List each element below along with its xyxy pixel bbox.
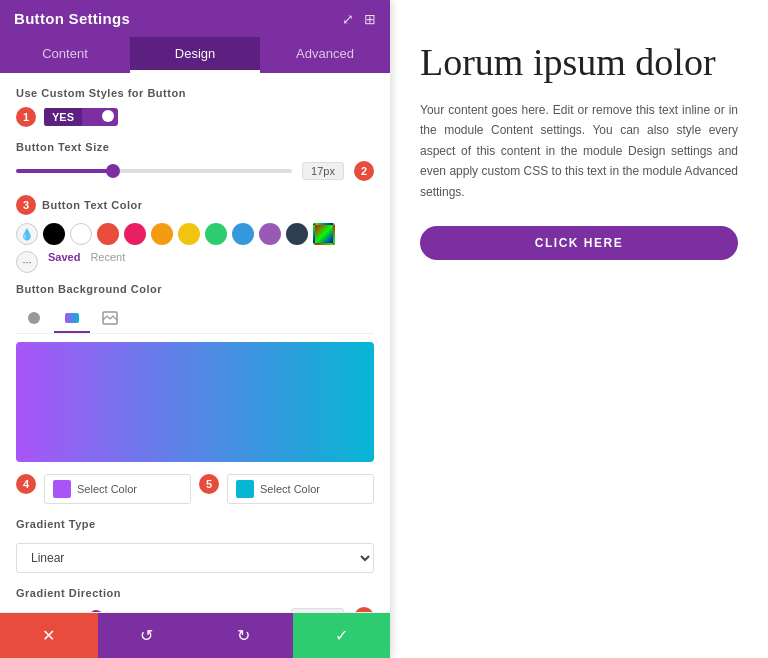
text-size-label: Button Text Size (16, 141, 109, 153)
swatch-gradient-picker[interactable] (313, 223, 335, 245)
solid-icon (26, 310, 42, 326)
panel-title: Button Settings (14, 10, 130, 27)
confirm-button[interactable]: ✓ (293, 613, 391, 658)
cta-button[interactable]: CLICK HERE (420, 226, 738, 260)
toggle-thumb (102, 110, 114, 122)
color1-swatch (53, 480, 71, 498)
badge-5: 5 (199, 474, 219, 494)
tab-bar: Content Design Advanced (0, 37, 390, 73)
panel-footer: ✕ ↺ ↻ ✓ (0, 612, 390, 658)
swatch-pink[interactable] (124, 223, 146, 245)
badge-3: 3 (16, 195, 36, 215)
saved-link[interactable]: Saved (48, 251, 80, 273)
color-tab-solid[interactable] (16, 305, 52, 333)
gradient-type-select[interactable]: Linear Radial (16, 543, 374, 573)
color-select-1[interactable]: Select Color (44, 474, 191, 504)
text-size-fill (16, 169, 113, 173)
bg-color-label: Button Background Color (16, 283, 374, 295)
cancel-button[interactable]: ✕ (0, 613, 98, 658)
tab-advanced[interactable]: Advanced (260, 37, 390, 73)
swatch-orange[interactable] (151, 223, 173, 245)
badge-1: 1 (16, 107, 36, 127)
badge-2: 2 (354, 161, 374, 181)
header-icons: ⤢ ⊞ (342, 11, 376, 27)
text-color-label-row: 3 Button Text Color (16, 195, 374, 215)
swatch-black[interactable] (43, 223, 65, 245)
confirm-icon: ✓ (335, 626, 348, 645)
tab-content[interactable]: Content (0, 37, 130, 73)
color-select-2[interactable]: Select Color (227, 474, 374, 504)
color-swatches: 💧 (16, 223, 374, 245)
swatch-dark[interactable] (286, 223, 308, 245)
text-size-section: Button Text Size 17px 2 (16, 141, 374, 181)
swatch-yellow[interactable] (178, 223, 200, 245)
swatch-red[interactable] (97, 223, 119, 245)
color-mode-tabs (16, 305, 374, 334)
text-color-section: 3 Button Text Color 💧 ··· Saved (16, 195, 374, 273)
eyedropper-icon[interactable]: 💧 (16, 223, 38, 245)
text-size-slider-container: 17px 2 (16, 161, 374, 181)
expand-icon[interactable]: ⤢ (342, 11, 354, 27)
gradient-direction-label: Gradient Direction (16, 587, 374, 599)
swatch-green[interactable] (205, 223, 227, 245)
svg-point-0 (28, 312, 40, 324)
text-color-label: Button Text Color (42, 199, 143, 211)
swatch-blue[interactable] (232, 223, 254, 245)
recent-link[interactable]: Recent (90, 251, 125, 273)
direction-thumb[interactable] (89, 610, 103, 612)
content-body: Your content goes here. Edit or remove t… (420, 100, 738, 202)
text-size-thumb[interactable] (106, 164, 120, 178)
content-heading: Lorum ipsum dolor (420, 40, 738, 84)
gradient-preview (16, 342, 374, 462)
custom-styles-toggle[interactable]: YES (44, 108, 118, 126)
tab-design[interactable]: Design (130, 37, 260, 73)
color2-swatch (236, 480, 254, 498)
bg-color-section: Button Background Color (16, 283, 374, 612)
text-size-slider-track[interactable] (16, 169, 292, 173)
gradient-icon (64, 310, 80, 326)
undo-button[interactable]: ↺ (98, 613, 196, 658)
toggle-track[interactable] (82, 108, 118, 124)
svg-rect-1 (65, 313, 79, 323)
layout-icon[interactable]: ⊞ (364, 11, 376, 27)
text-size-value[interactable]: 17px (302, 162, 344, 180)
color1-label: Select Color (77, 483, 137, 495)
image-icon (102, 310, 118, 326)
settings-panel: Button Settings ⤢ ⊞ Content Design Advan… (0, 0, 390, 658)
color-select-row: 4 Select Color 5 Select Color (16, 474, 374, 504)
swatch-white[interactable] (70, 223, 92, 245)
badge-4: 4 (16, 474, 36, 494)
content-panel: Lorum ipsum dolor Your content goes here… (390, 0, 768, 658)
custom-styles-row: 1 YES (16, 107, 374, 127)
swatch-purple[interactable] (259, 223, 281, 245)
redo-icon: ↻ (237, 626, 250, 645)
redo-button[interactable]: ↻ (195, 613, 293, 658)
undo-icon: ↺ (140, 626, 153, 645)
cancel-icon: ✕ (42, 626, 55, 645)
panel-body: Use Custom Styles for Button 1 YES Butto… (0, 73, 390, 612)
gradient-type-label: Gradient Type (16, 518, 374, 530)
panel-header: Button Settings ⤢ ⊞ (0, 0, 390, 37)
color-tab-gradient[interactable] (54, 305, 90, 333)
saved-recent-row: ··· Saved Recent (16, 251, 374, 273)
color2-label: Select Color (260, 483, 320, 495)
more-options[interactable]: ··· (16, 251, 38, 273)
custom-styles-label: Use Custom Styles for Button (16, 87, 374, 99)
toggle-yes[interactable]: YES (44, 108, 82, 126)
color-tab-image[interactable] (92, 305, 128, 333)
